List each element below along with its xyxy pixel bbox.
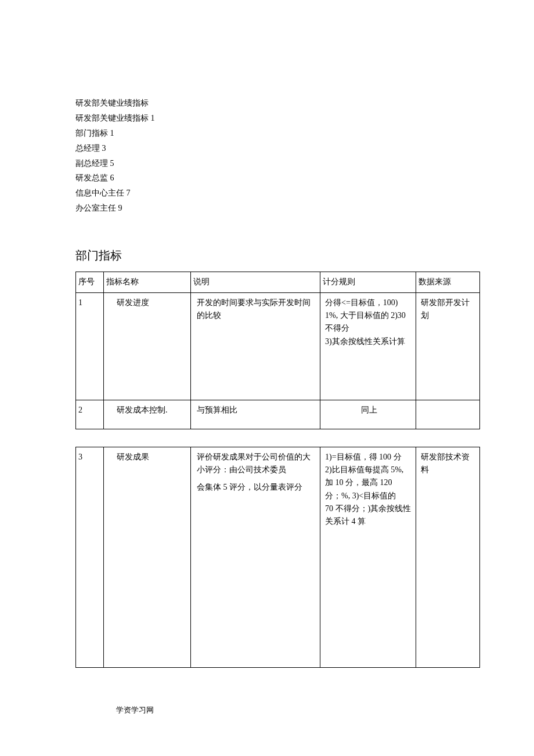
header-line-1: 研发部关键业绩指标 [75,96,459,111]
cell-desc: 与预算相比 [191,400,320,429]
table-header-row: 序号 指标名称 说明 计分规则 数据来源 [76,272,480,292]
header-line-4: 总经理 3 [75,141,459,156]
header-line-5: 副总经理 5 [75,156,459,171]
col-header-seq: 序号 [76,272,104,292]
metrics-table-1: 序号 指标名称 说明 计分规则 数据来源 1 研发进度 开发的时间要求与实际开发… [75,272,480,429]
cell-rule: 1)=目标值，得 100 分 2)比目标值每提高 5%, 加 10 分，最高 1… [320,447,416,667]
cell-name: 研发成本控制. [104,400,191,429]
cell-source: 研发部开发计划 [416,292,480,400]
cell-source: 研发部技术资料 [416,447,480,667]
section-title: 部门指标 [75,248,459,263]
col-header-name: 指标名称 [104,272,191,292]
cell-rule: 同上 [320,400,416,429]
header-line-8: 办公室主任 9 [75,201,459,216]
cell-source [416,400,480,429]
col-header-source: 数据来源 [416,272,480,292]
header-list: 研发部关键业绩指标 研发部关键业绩指标 1 部门指标 1 总经理 3 副总经理 … [75,96,459,216]
footer-text: 学资学习网 [116,705,154,715]
cell-seq: 1 [76,292,104,400]
cell-desc-p2: 会集体 5 评分，以分量表评分 [197,481,317,494]
cell-seq: 3 [76,447,104,667]
header-line-2: 研发部关键业绩指标 1 [75,111,459,126]
cell-name: 研发成果 [104,447,191,667]
col-header-rule: 计分规则 [320,272,416,292]
cell-seq: 2 [76,400,104,429]
header-line-6: 研发总监 6 [75,171,459,186]
metrics-table-2: 3 研发成果 评价研发成果对于公司价值的大小评分：由公司技术委员 会集体 5 评… [75,447,480,668]
cell-desc: 开发的时间要求与实际开发时间的比较 [191,292,320,400]
header-line-7: 信息中心主任 7 [75,186,459,201]
col-header-desc: 说明 [191,272,320,292]
header-line-3: 部门指标 1 [75,126,459,141]
cell-rule: 分得<=目标值，100) 1%, 大于目标值的 2)30 不得分 3)其余按线性… [320,292,416,400]
table-row: 1 研发进度 开发的时间要求与实际开发时间的比较 分得<=目标值，100) 1%… [76,292,480,400]
cell-desc-p1: 评价研发成果对于公司价值的大小评分：由公司技术委员 [197,451,317,477]
table-row: 3 研发成果 评价研发成果对于公司价值的大小评分：由公司技术委员 会集体 5 评… [76,447,480,667]
cell-desc: 评价研发成果对于公司价值的大小评分：由公司技术委员 会集体 5 评分，以分量表评… [191,447,320,667]
cell-name: 研发进度 [104,292,191,400]
table-row: 2 研发成本控制. 与预算相比 同上 [76,400,480,429]
